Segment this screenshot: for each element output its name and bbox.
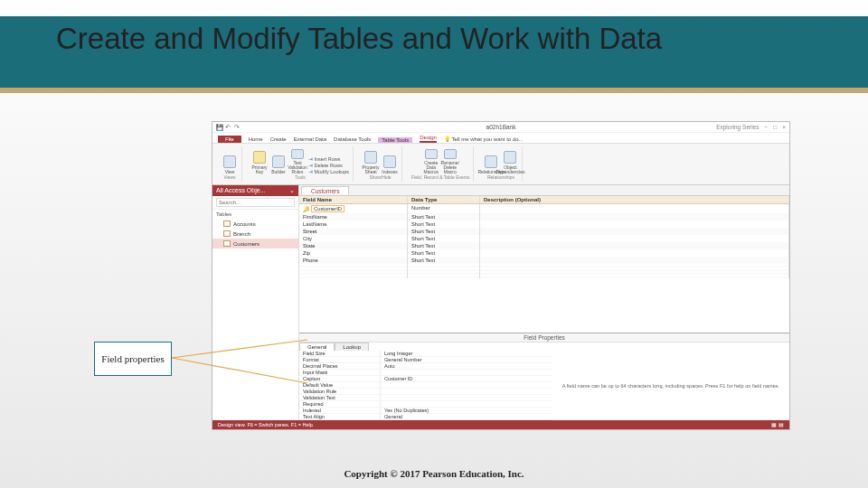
maximize-button[interactable]: □ [773,124,777,130]
property-value: General [381,414,552,420]
contextual-tab-group: Table Tools [378,137,412,143]
field-row[interactable]: CityShort Text [299,235,789,242]
tab-create[interactable]: Create [270,136,287,143]
ribbon-button[interactable]: Indexes [382,149,398,174]
ribbon-small-button[interactable]: Modify Lookups [308,169,349,174]
property-name: Required [299,401,381,408]
empty-row[interactable] [299,277,789,278]
field-name-cell: CustomerID [311,205,344,212]
description-cell [480,228,789,235]
callout-leader-lines [172,336,313,390]
tab-external-data[interactable]: External Data [294,136,326,143]
nav-header[interactable]: All Access Obje... ⌄ [212,185,298,196]
minimize-button[interactable]: − [764,124,768,130]
command-icon [291,149,304,159]
nav-item[interactable]: Accounts [212,219,298,229]
field-property-row[interactable]: FormatGeneral Number [299,357,552,363]
nav-item[interactable]: Customers [212,239,298,249]
property-value [381,370,552,376]
view-switch-icons[interactable]: ▦ ▤ [771,422,784,427]
field-name-cell: Zip [303,250,310,256]
table-icon [223,230,231,237]
nav-item[interactable]: Branch [212,229,298,239]
tell-me-text: Tell me what you want to do... [451,136,523,143]
tab-database-tools[interactable]: Database Tools [334,136,371,143]
redo-icon[interactable]: ↷ [234,124,241,130]
status-bar: Design view. F6 = Switch panes. F1 = Hel… [212,420,789,429]
field-row[interactable]: FirstNameShort Text [299,213,789,221]
field-row[interactable]: LastNameShort Text [299,221,789,228]
close-button[interactable]: × [782,124,786,130]
ribbon-group-label: Relationships [487,174,514,180]
ribbon-button[interactable]: Object Dependencies [502,149,518,174]
field-row[interactable]: ZipShort Text [299,249,789,257]
field-property-row[interactable]: Validation Rule [299,389,552,395]
ribbon-small-button[interactable]: Insert Rows [308,156,349,162]
data-type-cell: Short Text [408,213,480,221]
table-icon [223,221,231,227]
ribbon-group-label: Show/Hide [369,174,391,180]
property-value: General Number [381,357,552,363]
field-row[interactable]: 🔑CustomerIDNumber [299,204,789,213]
field-row[interactable]: StateShort Text [299,242,789,249]
field-properties-title: Field Properties [299,333,789,343]
field-name-cell: Phone [303,258,318,263]
window-controls: Exploring Series − □ × [716,124,786,130]
ribbon-group: Property SheetIndexesShow/Hide [359,146,402,182]
data-type-cell: Short Text [408,249,480,257]
tell-me-box[interactable]: 💡 Tell me what you want to do... [444,136,524,143]
property-name: Text Align [299,414,381,420]
nav-group-tables[interactable]: Tables [212,210,298,219]
ribbon-group: ViewViews [218,146,242,182]
tab-design[interactable]: Design [420,135,437,143]
command-icon [504,151,516,164]
field-row[interactable]: PhoneShort Text [299,257,789,264]
object-tab-customers[interactable]: Customers [301,186,349,194]
ribbon-button[interactable]: Create Data Macros [423,149,439,174]
nav-item-label: Branch [233,231,250,237]
nav-search-input[interactable] [216,198,295,207]
table-icon [223,240,231,247]
ribbon-button-label: Test Validation Rules [288,161,307,174]
fp-tab-lookup[interactable]: Lookup [335,343,369,351]
ribbon-button[interactable]: View [222,149,238,174]
ribbon-button-label: Object Dependencies [495,165,524,174]
field-properties-tabs: General Lookup [299,343,789,351]
field-property-row[interactable]: IndexedYes (No Duplicates) [299,408,552,414]
description-cell [480,213,789,221]
tab-home[interactable]: Home [249,136,263,143]
field-property-row[interactable]: Field SizeLong Integer [299,351,552,357]
field-row[interactable]: StreetShort Text [299,228,789,235]
ribbon-button[interactable]: Test Validation Rules [289,149,306,174]
callout-field-properties: Field properties [94,342,172,376]
design-grid-header: Field Name Data Type Description (Option… [299,196,789,204]
field-property-row[interactable]: Default Value [299,382,552,389]
command-icon [364,151,377,164]
field-properties-help: A field name can be up to 64 characters … [552,351,789,420]
field-properties-pane: Field Properties General Lookup Field Si… [299,333,789,420]
ribbon-button[interactable]: Rename/ Delete Macro [442,149,458,174]
field-property-row[interactable]: Input Mask [299,370,552,376]
field-property-row[interactable]: Validation Text [299,395,552,401]
field-name-cell: FirstName [303,214,327,220]
status-text: Design view. F6 = Switch panes. F1 = Hel… [218,422,314,427]
ribbon-small-button[interactable]: Delete Rows [308,163,349,168]
ribbon-button[interactable]: Builder [270,149,287,174]
property-name: Indexed [299,408,381,414]
ribbon-button-label: Builder [271,170,286,174]
undo-icon[interactable]: ↶ [225,124,231,130]
object-tabs: Customers [299,185,789,196]
svg-line-1 [172,358,307,383]
tab-file[interactable]: File [218,136,241,143]
ribbon-button[interactable]: Property Sheet [363,149,379,174]
save-icon[interactable]: 💾 [216,124,222,130]
field-property-row[interactable]: CaptionCustomer ID [299,376,552,382]
field-property-row[interactable]: Required [299,401,552,408]
ribbon-button[interactable]: Primary Key [251,149,268,174]
field-property-row[interactable]: Text AlignGeneral [299,414,552,420]
ribbon-group: Create Data MacrosRename/ Delete MacroFi… [408,146,474,182]
ribbon-group-label: Field, Record & Table Events [411,174,469,180]
slide-title: Create and Modify Tables and Work with D… [56,20,662,57]
field-property-row[interactable]: Decimal PlacesAuto [299,363,552,370]
primary-key-icon: 🔑 [303,206,309,212]
